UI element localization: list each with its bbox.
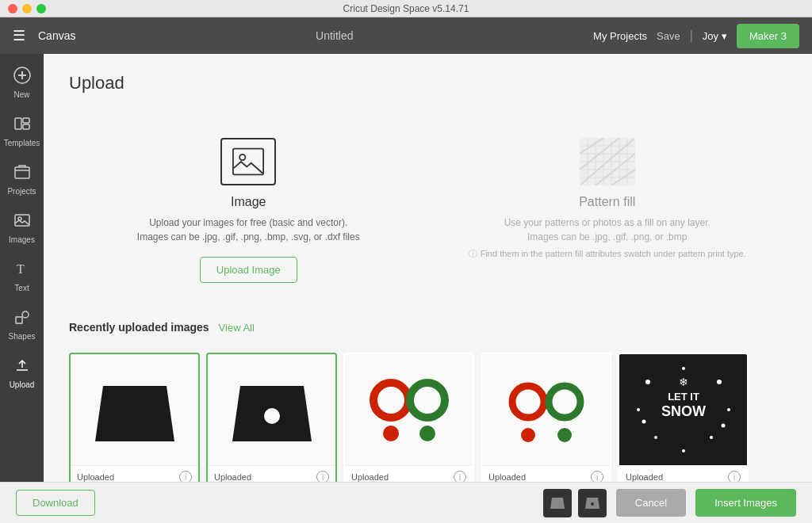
pattern-fill-icon-box [580,138,635,185]
selected-indicator-1 [543,489,572,517]
image-card-4-info[interactable]: i [591,471,603,482]
image-card-1-label: Uploaded [77,472,114,482]
download-button[interactable]: Download [16,490,95,516]
christmas-circles-2-svg [495,362,598,457]
svg-text:❄: ❄ [679,376,688,388]
project-title-area: Untitled [88,29,580,42]
image-upload-option: Image Upload your images for free (basic… [69,119,428,302]
app-title: Cricut Design Space v5.14.71 [343,3,469,14]
svg-point-35 [419,426,435,441]
sidebar: New Templates Projects [0,54,44,482]
svg-point-39 [557,428,572,442]
sidebar-item-text-label: Text [14,284,29,292]
svg-rect-10 [16,317,22,323]
black-trapezoid-svg [83,362,186,457]
image-card-2-label: Uploaded [214,472,251,482]
svg-point-38 [521,428,535,442]
project-title: Untitled [316,29,353,42]
traffic-lights [8,4,46,13]
sidebar-item-projects[interactable]: Projects [0,157,44,202]
insert-images-button[interactable]: Insert Images [695,489,796,517]
title-bar: Cricut Design Space v5.14.71 [0,0,812,17]
image-card-5[interactable]: LET IT SNOW ❄ Uploaded i [618,353,749,482]
image-placeholder-icon [232,146,264,178]
image-upload-title: Image [231,195,266,209]
image-card-4-label: Uploaded [488,472,526,482]
image-card-4[interactable]: Uploaded i [481,353,611,482]
image-card-1[interactable]: Uploaded i [69,353,200,482]
svg-point-52 [637,408,640,411]
indicator-trapezoid-icon [549,496,566,510]
image-card-5-label: Uploaded [626,472,663,482]
selected-indicator-2 [578,489,607,517]
image-card-1-preview [71,354,198,465]
svg-point-36 [512,386,544,418]
svg-rect-5 [23,124,29,129]
cancel-button[interactable]: Cancel [616,489,686,517]
image-card-1-info[interactable]: i [179,471,192,482]
svg-point-44 [721,424,725,428]
let-it-snow-svg: LET IT SNOW ❄ [632,362,735,457]
image-upload-icon-box [220,138,276,185]
maximize-button[interactable] [36,4,46,13]
canvas-label: Canvas [38,29,75,42]
top-nav: ☰ Canvas Untitled My Projects Save | Joy… [0,17,812,54]
svg-rect-6 [15,167,29,178]
sidebar-item-text[interactable]: T Text [0,254,44,299]
sidebar-item-shapes-label: Shapes [9,332,36,341]
svg-point-33 [410,383,445,418]
user-menu[interactable]: Joy ▾ [703,30,727,42]
templates-icon [13,115,31,136]
svg-point-42 [717,380,722,384]
svg-rect-4 [23,118,29,123]
sidebar-item-shapes[interactable]: Shapes [0,302,44,347]
recently-uploaded-title: Recently uploaded images [69,321,209,334]
svg-point-13 [239,155,245,160]
sidebar-item-images[interactable]: Images [0,205,44,250]
save-button[interactable]: Save [657,30,680,42]
text-icon: T [13,260,31,281]
upload-icon [13,357,31,378]
pattern-hatch-icon [580,138,635,185]
upload-image-button[interactable]: Upload Image [200,257,297,283]
main-layout: New Templates Projects [0,54,812,482]
close-button[interactable] [8,4,17,13]
maker-button[interactable]: Maker 3 [737,24,799,48]
svg-point-45 [654,436,657,439]
view-all-link[interactable]: View All [219,322,255,334]
image-card-3-label: Uploaded [351,472,389,482]
svg-point-34 [383,426,399,441]
image-card-2-footer: Uploaded i [208,465,335,482]
my-projects-button[interactable]: My Projects [593,30,647,42]
bottom-bar: Download Cancel Insert Images [0,482,812,523]
sidebar-item-templates-label: Templates [4,139,40,147]
image-card-5-preview: LET IT SNOW ❄ [619,354,747,465]
pattern-fill-desc3: Find them in the pattern fill attributes… [481,247,746,261]
sidebar-item-projects-label: Projects [7,187,36,196]
sidebar-item-upload[interactable]: Upload [0,350,44,395]
image-card-1-footer: Uploaded i [71,465,198,482]
images-icon [13,212,31,233]
divider: | [690,29,693,43]
image-card-2[interactable]: Uploaded i [206,353,337,482]
svg-marker-54 [550,498,565,509]
svg-point-32 [373,383,408,418]
recently-uploaded-header: Recently uploaded images View All [69,321,787,334]
image-card-3[interactable]: Uploaded i [343,353,474,482]
sidebar-item-new[interactable]: New [0,60,44,105]
bottom-right: Cancel Insert Images [543,489,796,517]
image-card-3-footer: Uploaded i [345,465,473,482]
shapes-icon [13,308,31,330]
hamburger-icon[interactable]: ☰ [13,27,25,44]
selected-indicators [543,489,607,517]
sidebar-item-templates[interactable]: Templates [0,109,44,154]
pattern-fill-option: Pattern fill Use your patterns or photos… [428,119,787,302]
image-card-5-info[interactable]: i [728,471,741,482]
chevron-down-icon: ▾ [722,30,727,42]
minimize-button[interactable] [22,4,32,13]
image-card-3-info[interactable]: i [454,471,466,482]
pattern-fill-title: Pattern fill [579,195,635,209]
image-card-4-preview [482,354,610,465]
image-card-2-info[interactable]: i [316,471,329,482]
projects-icon [13,163,31,185]
